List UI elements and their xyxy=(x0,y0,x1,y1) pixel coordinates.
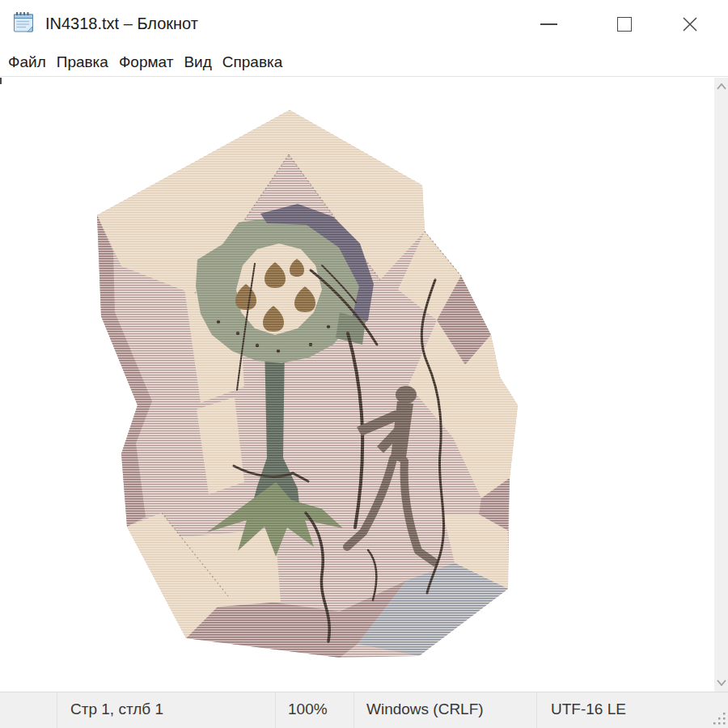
chevron-up-icon xyxy=(717,83,726,90)
notepad-window: IN4318.txt – Блокнот Файл Правка Формат … xyxy=(0,0,728,728)
close-button[interactable] xyxy=(652,0,728,49)
chevron-down-icon xyxy=(717,679,726,686)
menu-item-view[interactable]: Вид xyxy=(184,53,211,71)
status-encoding-cell: UTF-16 LE xyxy=(536,692,728,728)
title-bar: IN4318.txt – Блокнот xyxy=(0,0,728,49)
scanline-overlay xyxy=(85,102,538,668)
scroll-up-button[interactable] xyxy=(714,79,728,94)
status-zoom-level: 100% xyxy=(275,692,353,728)
window-title: IN4318.txt – Блокнот xyxy=(45,0,198,49)
status-encoding: UTF-16 LE xyxy=(551,700,626,717)
notepad-icon xyxy=(11,11,36,35)
minimize-button[interactable] xyxy=(510,0,586,49)
menu-item-help[interactable]: Справка xyxy=(222,53,283,71)
ascii-artwork xyxy=(0,78,714,692)
menu-item-file[interactable]: Файл xyxy=(8,53,46,71)
maximize-button[interactable] xyxy=(586,0,662,49)
status-spacer xyxy=(0,692,57,728)
status-bar: Стр 1, стлб 1 100% Windows (CRLF) UTF-16… xyxy=(0,692,728,728)
text-editor-area[interactable] xyxy=(0,78,714,692)
maximize-icon xyxy=(617,17,632,32)
scroll-down-button[interactable] xyxy=(714,675,728,690)
status-line-ending: Windows (CRLF) xyxy=(353,692,536,728)
menu-item-edit[interactable]: Правка xyxy=(57,53,108,71)
vertical-scrollbar[interactable] xyxy=(714,78,728,692)
minimize-icon xyxy=(540,23,557,25)
menu-item-format[interactable]: Формат xyxy=(119,53,174,71)
window-border-tick xyxy=(0,78,2,84)
menu-bar: Файл Правка Формат Вид Справка xyxy=(0,49,728,77)
close-icon xyxy=(679,14,700,35)
status-cursor-position: Стр 1, стлб 1 xyxy=(57,692,275,728)
resize-grip-icon[interactable] xyxy=(712,711,726,726)
